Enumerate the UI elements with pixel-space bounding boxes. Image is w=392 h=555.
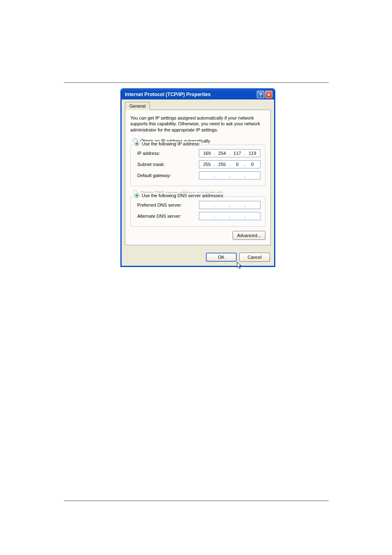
subnet-mask-input[interactable]: 255 . 255 . 0 . 0 [199, 160, 261, 168]
field-row-default-gateway: Default gateway: . . . [135, 171, 261, 180]
radio-dns-manual-label: Use the following DNS server addresses: [142, 193, 224, 198]
close-icon: × [267, 92, 270, 98]
ip-dot: . [228, 162, 231, 167]
subnet-octet-3[interactable]: 0 [231, 162, 243, 167]
ip-dot: . [243, 151, 247, 156]
field-row-subnet-mask: Subnet mask: 255 . 255 . 0 . 0 [135, 160, 261, 168]
ip-dot: . [228, 151, 231, 156]
ip-octet-1[interactable]: 169 [201, 151, 213, 156]
subnet-octet-2[interactable]: 255 [216, 162, 228, 167]
tab-general[interactable]: General [125, 102, 150, 110]
ip-octet-3[interactable]: 117 [231, 151, 243, 156]
ip-dot: . [243, 203, 247, 207]
radio-ip-manual-label: Use the following IP address: [142, 141, 200, 146]
radio-ip-manual[interactable] [134, 141, 139, 146]
ok-button[interactable]: OK [206, 253, 237, 262]
ip-dot: . [228, 203, 231, 207]
ip-dot: . [243, 173, 247, 178]
ip-address-label: IP address: [137, 151, 199, 156]
fieldset-dns-manual: Use the following DNS server addresses: … [130, 196, 265, 227]
page-divider-top [64, 82, 329, 83]
page-divider-bottom [64, 500, 329, 501]
help-button[interactable]: ? [257, 91, 264, 98]
help-icon: ? [259, 92, 262, 98]
dialog-footer: OK Cancel [122, 249, 274, 266]
tab-panel-general: You can get IP settings assigned automat… [125, 110, 271, 245]
field-row-alternate-dns: Alternate DNS server: . . . [135, 212, 261, 220]
preferred-dns-label: Preferred DNS server: [137, 203, 199, 207]
ip-dot: . [213, 162, 216, 167]
radio-row-ip-manual[interactable]: Use the following IP address: [133, 141, 201, 146]
alternate-dns-label: Alternate DNS server: [137, 214, 199, 219]
ip-octet-4[interactable]: 119 [247, 151, 258, 156]
close-button[interactable]: × [265, 91, 272, 98]
tcpip-properties-dialog: Internet Protocol (TCP/IP) Properties ? … [121, 89, 275, 267]
titlebar-buttons: ? × [257, 91, 272, 98]
cancel-button[interactable]: Cancel [239, 253, 270, 262]
default-gateway-label: Default gateway: [137, 173, 199, 178]
ip-dot: . [228, 214, 231, 219]
ip-octet-2[interactable]: 254 [216, 151, 228, 156]
tab-strip: General [125, 102, 271, 110]
default-gateway-input[interactable]: . . . [199, 171, 261, 180]
ip-dot: . [243, 162, 247, 167]
titlebar: Internet Protocol (TCP/IP) Properties ? … [122, 90, 274, 99]
ip-dot: . [243, 214, 247, 219]
ip-dot: . [213, 151, 216, 156]
dialog-title: Internet Protocol (TCP/IP) Properties [125, 92, 257, 97]
preferred-dns-input[interactable]: . . . [199, 201, 261, 209]
ip-dot: . [213, 214, 216, 219]
advanced-button-row: Advanced... [130, 231, 265, 240]
ip-dot: . [228, 173, 231, 178]
dialog-body: General You can get IP settings assigned… [122, 99, 274, 249]
field-row-ip-address: IP address: 169 . 254 . 117 . 119 [135, 149, 261, 157]
radio-row-dns-manual[interactable]: Use the following DNS server addresses: [133, 193, 226, 198]
field-row-preferred-dns: Preferred DNS server: . . . [135, 201, 261, 209]
radio-dns-manual[interactable] [134, 193, 139, 198]
ip-dot: . [213, 203, 216, 207]
ip-dot: . [213, 173, 216, 178]
fieldset-ip-manual: Use the following IP address: IP address… [130, 145, 265, 186]
advanced-button[interactable]: Advanced... [233, 231, 265, 240]
subnet-octet-1[interactable]: 255 [201, 162, 213, 167]
subnet-octet-4[interactable]: 0 [247, 162, 258, 167]
subnet-mask-label: Subnet mask: [137, 162, 199, 167]
description-text: You can get IP settings assigned automat… [130, 115, 265, 133]
alternate-dns-input[interactable]: . . . [199, 212, 261, 220]
ip-address-input[interactable]: 169 . 254 . 117 . 119 [199, 149, 261, 157]
